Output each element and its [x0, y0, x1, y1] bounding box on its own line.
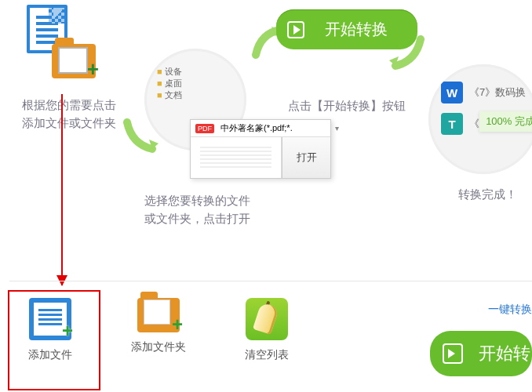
result-preview: W 《7》数码换 T 《7》 100% 完成 [428, 64, 532, 174]
guide-steps: + + 根据您的需要点击 添加文件或文件夹 设备桌面文档 PDF ▾ 打开 [0, 0, 532, 204]
add-folder-label: 添加文件夹 [124, 340, 193, 354]
clear-list-button[interactable]: 清空列表 [232, 298, 301, 362]
folder-icon: + [52, 44, 96, 78]
broom-icon [246, 298, 288, 340]
step-1-caption: 根据您的需要点击 添加文件或文件夹 [22, 96, 132, 132]
step-1: + + 根据您的需要点击 添加文件或文件夹 [22, 5, 132, 132]
play-icon [287, 21, 304, 38]
start-convert-label: 开始转 [479, 343, 530, 363]
clear-list-label: 清空列表 [232, 348, 301, 362]
arrow-icon [389, 34, 425, 71]
step-2: 设备桌面文档 PDF ▾ 打开 选择您要转换的文件 或文件夹，点击打开 [144, 49, 273, 228]
word-icon: W [441, 82, 463, 103]
divider [9, 281, 532, 281]
pdf-icon: PDF [195, 124, 214, 133]
open-button[interactable]: 打开 [282, 137, 330, 178]
add-folder-icon: + [137, 298, 180, 332]
open-dialog: PDF ▾ 打开 [190, 119, 331, 179]
start-convert-button[interactable]: 开始转 [430, 331, 532, 376]
start-convert-label: 开始转换 [325, 20, 388, 38]
result-file-1: 《7》数码换 [469, 85, 526, 100]
red-arrow-indicator [61, 94, 63, 285]
filename-field[interactable] [219, 123, 330, 134]
add-folder-button[interactable]: + 添加文件夹 [124, 298, 193, 354]
step-4-caption: 转换完成！ [428, 185, 532, 203]
add-file-icon: + [29, 298, 71, 340]
doc-file-icon: + + [22, 5, 80, 69]
one-key-convert-link[interactable]: 一键转换 [430, 303, 532, 317]
text-icon: T [441, 113, 463, 135]
progress-tag: 100% 完成 [479, 111, 532, 132]
step-4: W 《7》数码换 T 《7》 100% 完成 转换完成！ [428, 64, 532, 203]
add-file-button[interactable]: + 添加文件 [16, 298, 85, 362]
add-file-label: 添加文件 [16, 348, 85, 362]
bottom-toolbar: + 添加文件 + 添加文件夹 清空列表 一键转换 开始转 [0, 298, 532, 376]
step-3-caption: 点击【开始转换】按钮 [276, 96, 417, 114]
step-2-caption: 选择您要转换的文件 或文件夹，点击打开 [144, 191, 273, 228]
